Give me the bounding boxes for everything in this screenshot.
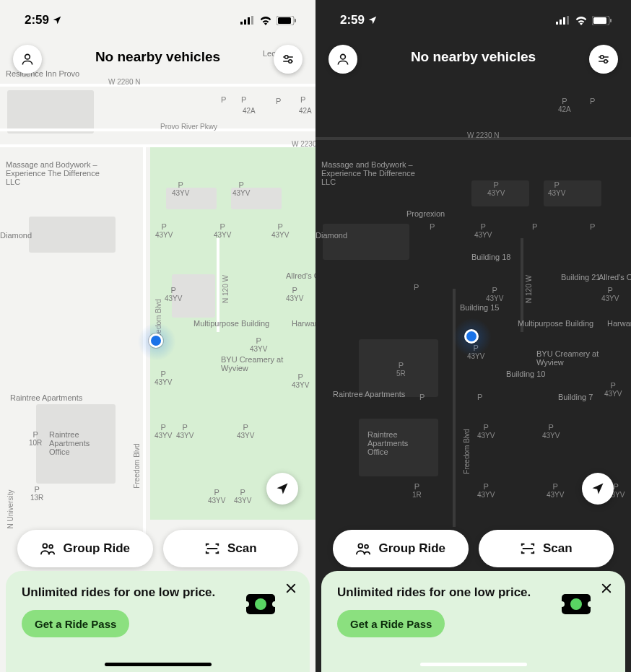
poi-progrexion: Progrexion bbox=[406, 209, 445, 218]
poi-b18: Building 18 bbox=[471, 253, 510, 261]
cellular-icon bbox=[556, 16, 570, 25]
poi-residence-inn: Residence Inn Provo bbox=[6, 69, 79, 78]
svg-rect-18 bbox=[567, 16, 569, 25]
status-bar: 2:59 bbox=[0, 0, 316, 35]
poi-b7: Building 7 bbox=[558, 393, 593, 401]
status-bar: 2:59 bbox=[316, 0, 631, 35]
poi-multipurpose: Multipurpose Building bbox=[518, 319, 593, 328]
location-services-icon bbox=[367, 15, 378, 25]
home-indicator bbox=[420, 663, 527, 666]
wifi-icon bbox=[259, 16, 272, 25]
battery-icon bbox=[592, 16, 612, 25]
svg-rect-21 bbox=[610, 19, 612, 22]
poi-diamond: Diamond bbox=[316, 231, 347, 240]
location-services-icon bbox=[52, 15, 62, 25]
street-w2230n: W 2230 N bbox=[292, 140, 316, 148]
ride-pass-promo: Unlimited rides for one low price. Get a… bbox=[6, 571, 310, 672]
poi-harward: Harward bbox=[292, 319, 316, 328]
poi-b15: Building 15 bbox=[460, 303, 499, 312]
location-arrow-icon bbox=[591, 481, 605, 496]
svg-rect-3 bbox=[251, 16, 253, 25]
recenter-button[interactable] bbox=[582, 473, 614, 505]
poi-allreds: Allred's O bbox=[286, 271, 316, 280]
wifi-icon bbox=[575, 16, 588, 25]
poi-b10: Building 10 bbox=[506, 370, 545, 378]
svg-rect-16 bbox=[560, 19, 562, 25]
poi-raintree: Raintree Apartments bbox=[10, 393, 82, 402]
poi-massage: Massage and Bodywork – Experience The Di… bbox=[321, 160, 422, 186]
street-freedom-blvd-2: Freedom Blvd bbox=[133, 443, 141, 488]
cellular-icon bbox=[240, 16, 255, 25]
svg-rect-17 bbox=[563, 17, 565, 25]
street-w2280n: W 2280 N bbox=[108, 78, 140, 86]
ride-pass-promo: Unlimited rides for one low price. Get a… bbox=[321, 571, 625, 672]
group-icon bbox=[40, 541, 56, 556]
home-indicator bbox=[105, 663, 212, 666]
group-ride-button[interactable]: Group Ride bbox=[17, 530, 153, 567]
poi-raintree-office: Raintree Apartments Office bbox=[367, 430, 425, 456]
page-title: No nearby vehicles bbox=[316, 49, 631, 65]
svg-rect-6 bbox=[295, 19, 296, 22]
svg-rect-1 bbox=[244, 19, 246, 25]
screenshot-dark: W 2230 N Freedom Blvd N 120 W Massage an… bbox=[316, 0, 631, 672]
poi-allreds: Allred's O bbox=[599, 273, 631, 282]
user-location-dot bbox=[464, 329, 479, 344]
street-n120w: N 120 W bbox=[222, 275, 230, 303]
status-time: 2:59 bbox=[340, 13, 365, 27]
svg-point-13 bbox=[50, 545, 53, 549]
poi-raintree-office: Raintree Apartments Office bbox=[49, 430, 107, 456]
poi-b21: Building 21 bbox=[561, 273, 600, 282]
get-ride-pass-button[interactable]: Get a Ride Pass bbox=[337, 610, 445, 637]
location-arrow-icon bbox=[275, 481, 290, 496]
group-ride-button[interactable]: Group Ride bbox=[333, 530, 469, 567]
street-n120w: N 120 W bbox=[525, 275, 533, 303]
scan-button[interactable]: Scan bbox=[163, 530, 299, 567]
promo-close-button[interactable] bbox=[596, 578, 617, 598]
recenter-button[interactable] bbox=[266, 473, 298, 505]
svg-point-12 bbox=[43, 544, 48, 548]
poi-multipurpose: Multipurpose Building bbox=[193, 319, 269, 328]
svg-rect-0 bbox=[240, 22, 243, 25]
poi-harward: Harward bbox=[607, 319, 631, 328]
poi-byu-creamery: BYU Creamery at Wyview bbox=[536, 349, 601, 367]
svg-point-27 bbox=[359, 544, 363, 548]
svg-rect-15 bbox=[556, 22, 558, 25]
get-ride-pass-button[interactable]: Get a Ride Pass bbox=[22, 610, 129, 637]
action-row: Group Ride Scan bbox=[0, 530, 316, 567]
promo-close-button[interactable] bbox=[281, 578, 301, 598]
svg-rect-5 bbox=[278, 17, 291, 24]
poi-diamond: Diamond bbox=[0, 231, 32, 240]
svg-rect-2 bbox=[248, 17, 250, 25]
user-location-dot bbox=[149, 333, 163, 348]
scan-icon bbox=[204, 541, 220, 556]
action-row: Group Ride Scan bbox=[316, 530, 631, 567]
svg-rect-20 bbox=[593, 17, 606, 24]
street-provo-river-pkwy: Provo River Pkwy bbox=[160, 123, 217, 131]
svg-point-28 bbox=[365, 545, 369, 549]
page-title: No nearby vehicles bbox=[0, 49, 316, 65]
close-icon bbox=[284, 582, 297, 595]
street-w2230n: W 2230 N bbox=[467, 131, 499, 139]
poi-byu-creamery: BYU Creamery at Wyview bbox=[221, 355, 286, 372]
poi-massage: Massage and Bodywork – Experience The Di… bbox=[6, 160, 107, 186]
scan-icon bbox=[520, 541, 536, 556]
ticket-icon bbox=[562, 594, 591, 614]
street-n-university: N University bbox=[6, 490, 14, 529]
screenshot-light: W 2280 N Provo River Pkwy W 2230 N Freed… bbox=[0, 0, 316, 672]
status-time: 2:59 bbox=[25, 13, 49, 27]
street-freedom-blvd: Freedom Blvd bbox=[463, 429, 471, 474]
close-icon bbox=[600, 582, 613, 595]
group-icon bbox=[355, 541, 371, 556]
ticket-icon bbox=[246, 594, 275, 614]
scan-button[interactable]: Scan bbox=[479, 530, 614, 567]
battery-icon bbox=[277, 16, 297, 25]
poi-raintree: Raintree Apartments bbox=[333, 390, 405, 398]
